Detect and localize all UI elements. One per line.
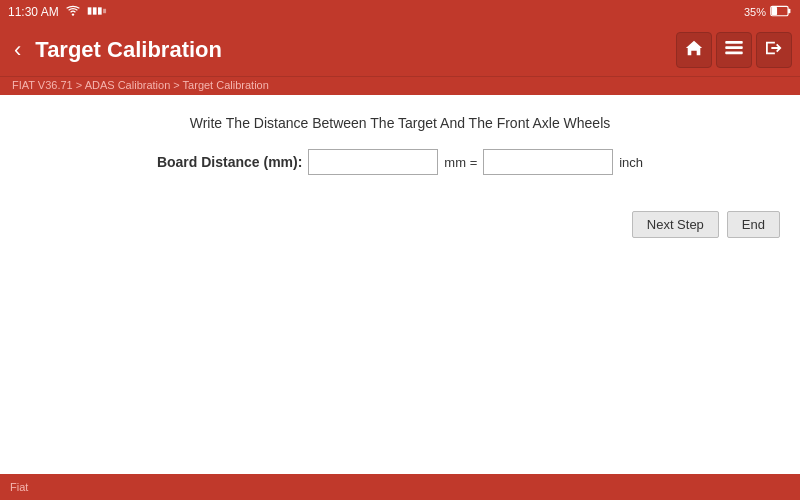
main-content: Write The Distance Between The Target An… — [0, 95, 800, 274]
footer: Fiat — [0, 474, 800, 500]
mm-input[interactable] — [308, 149, 438, 175]
inch-input[interactable] — [483, 149, 613, 175]
back-icon: ‹ — [14, 37, 21, 62]
header-icons — [676, 32, 792, 68]
home-icon — [684, 39, 704, 61]
action-row: Next Step End — [0, 195, 800, 254]
form-row: Board Distance (mm): mm = inch — [0, 149, 800, 175]
svg-rect-6 — [772, 7, 778, 15]
header-title: Target Calibration — [35, 37, 222, 63]
header: ‹ Target Calibration — [0, 24, 800, 76]
menu-button[interactable] — [716, 32, 752, 68]
wifi-icon — [65, 5, 81, 20]
svg-point-0 — [72, 13, 74, 15]
svg-rect-3 — [98, 7, 102, 14]
end-button[interactable]: End — [727, 211, 780, 238]
signal-icon — [87, 5, 109, 20]
exit-button[interactable] — [756, 32, 792, 68]
board-distance-label: Board Distance (mm): — [157, 154, 302, 170]
svg-rect-8 — [725, 41, 743, 44]
svg-rect-9 — [725, 46, 743, 49]
back-button[interactable]: ‹ — [8, 35, 27, 65]
exit-icon — [764, 40, 784, 60]
mm-unit: mm = — [444, 155, 477, 170]
svg-rect-4 — [103, 8, 106, 12]
svg-rect-1 — [87, 7, 91, 14]
status-bar: 11:30 AM 35% — [0, 0, 800, 24]
footer-text: Fiat — [10, 481, 28, 493]
time-display: 11:30 AM — [8, 5, 59, 19]
instruction-text: Write The Distance Between The Target An… — [0, 115, 800, 131]
next-step-button[interactable]: Next Step — [632, 211, 719, 238]
header-left: ‹ Target Calibration — [8, 35, 222, 65]
battery-percent: 35% — [744, 6, 766, 18]
svg-rect-10 — [725, 52, 743, 55]
menu-icon — [725, 41, 743, 59]
home-button[interactable] — [676, 32, 712, 68]
status-right: 35% — [744, 5, 792, 20]
breadcrumb: FIAT V36.71 > ADAS Calibration > Target … — [0, 76, 800, 95]
status-left: 11:30 AM — [8, 5, 109, 20]
svg-rect-2 — [93, 7, 97, 14]
inch-unit: inch — [619, 155, 643, 170]
battery-icon — [770, 5, 792, 20]
svg-rect-7 — [788, 8, 790, 13]
